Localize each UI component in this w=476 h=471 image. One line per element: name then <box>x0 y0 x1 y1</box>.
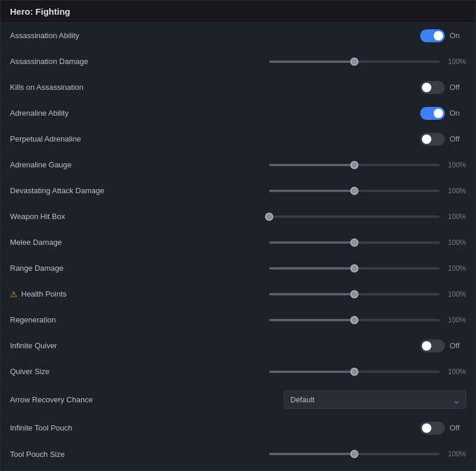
control-infinite-quiver: Off <box>128 339 466 352</box>
setting-row-adrenaline-gauge: Adrenaline Gauge100% <box>1 152 475 178</box>
slider-container-devastating-attack-damage: 100% <box>128 187 466 195</box>
setting-row-quiver-size: Quiver Size100% <box>1 359 475 385</box>
toggle-thumb-kills-on-assassination <box>422 83 431 92</box>
slider-thumb-assassination-damage[interactable] <box>350 58 358 66</box>
toggle-assassination-ability[interactable] <box>420 29 445 42</box>
control-kills-on-assassination: Off <box>128 81 466 94</box>
label-kills-on-assassination: Kills on Assassination <box>10 83 128 92</box>
control-quiver-size: 100% <box>128 368 466 376</box>
slider-container-range-damage: 100% <box>128 264 466 272</box>
slider-track-adrenaline-gauge[interactable] <box>269 164 440 166</box>
control-tool-pouch-size: 100% <box>128 450 466 458</box>
toggle-thumb-infinite-tool-pouch <box>422 423 431 433</box>
slider-fill-quiver-size <box>269 371 354 373</box>
slider-container-regeneration: 100% <box>128 316 466 324</box>
label-perpetual-adrenaline: Perpetual Adrenaline <box>10 134 128 143</box>
label-text-adrenaline-gauge: Adrenaline Gauge <box>10 160 72 169</box>
slider-container-melee-damage: 100% <box>128 238 466 247</box>
slider-track-range-damage[interactable] <box>269 267 440 270</box>
control-range-damage: 100% <box>128 264 466 272</box>
toggle-track-assassination-ability <box>420 29 445 42</box>
toggle-container-adrenaline-ability: On <box>420 107 466 120</box>
toggle-perpetual-adrenaline[interactable] <box>420 133 445 146</box>
label-text-arrow-recovery-chance: Arrow Recovery Chance <box>10 395 93 404</box>
control-infinite-tool-pouch: Off <box>128 422 466 435</box>
toggle-adrenaline-ability[interactable] <box>420 107 445 120</box>
label-range-damage: Range Damage <box>10 264 128 272</box>
setting-row-arrow-recovery-chance: Arrow Recovery ChanceDefaultLowMediumHig… <box>1 385 475 415</box>
control-assassination-damage: 100% <box>128 58 466 66</box>
label-text-perpetual-adrenaline: Perpetual Adrenaline <box>10 134 81 143</box>
label-text-adrenaline-ability: Adrenaline Ability <box>10 109 69 117</box>
control-perpetual-adrenaline: Off <box>128 133 466 146</box>
label-tool-pouch-size: Tool Pouch Size <box>10 450 128 459</box>
slider-fill-health-points <box>269 293 354 295</box>
toggle-label-adrenaline-ability: On <box>450 109 466 117</box>
slider-fill-devastating-attack-damage <box>269 190 354 192</box>
slider-thumb-health-points[interactable] <box>350 290 358 298</box>
setting-row-weapon-hit-box: Weapon Hit Box100% <box>1 204 475 230</box>
label-text-melee-damage: Melee Damage <box>10 238 62 247</box>
settings-list: Assassination AbilityOnAssassination Dam… <box>1 23 475 467</box>
slider-track-quiver-size[interactable] <box>269 371 440 373</box>
slider-fill-melee-damage <box>269 241 354 244</box>
slider-value-adrenaline-gauge: 100% <box>445 161 466 169</box>
setting-row-perpetual-adrenaline: Perpetual AdrenalineOff <box>1 126 475 152</box>
label-adrenaline-ability: Adrenaline Ability <box>10 109 128 117</box>
slider-track-tool-pouch-size[interactable] <box>269 453 440 455</box>
slider-track-weapon-hit-box[interactable] <box>269 216 440 218</box>
slider-container-adrenaline-gauge: 100% <box>128 161 466 169</box>
slider-value-tool-pouch-size: 100% <box>445 450 466 458</box>
label-text-assassination-damage: Assassination Damage <box>10 57 88 66</box>
slider-thumb-melee-damage[interactable] <box>350 238 358 247</box>
setting-row-infinite-quiver: Infinite QuiverOff <box>1 333 475 359</box>
setting-row-devastating-attack-damage: Devastating Attack Damage100% <box>1 178 475 204</box>
slider-track-melee-damage[interactable] <box>269 241 440 244</box>
slider-value-range-damage: 100% <box>445 264 466 272</box>
label-assassination-damage: Assassination Damage <box>10 57 128 66</box>
slider-container-quiver-size: 100% <box>128 368 466 376</box>
slider-thumb-quiver-size[interactable] <box>350 368 358 376</box>
control-weapon-hit-box: 100% <box>128 213 466 221</box>
toggle-thumb-assassination-ability <box>434 31 443 41</box>
slider-thumb-devastating-attack-damage[interactable] <box>350 187 358 195</box>
label-text-kills-on-assassination: Kills on Assassination <box>10 83 83 92</box>
toggle-infinite-quiver[interactable] <box>420 339 445 352</box>
toggle-thumb-perpetual-adrenaline <box>422 134 431 144</box>
toggle-track-infinite-tool-pouch <box>420 422 445 435</box>
slider-thumb-range-damage[interactable] <box>350 264 358 272</box>
slider-thumb-regeneration[interactable] <box>350 316 358 324</box>
setting-row-infinite-tool-pouch: Infinite Tool PouchOff <box>1 415 475 441</box>
slider-track-devastating-attack-damage[interactable] <box>269 190 440 192</box>
toggle-thumb-adrenaline-ability <box>434 109 443 118</box>
toggle-label-infinite-quiver: Off <box>450 341 466 350</box>
slider-container-tool-pouch-size: 100% <box>128 450 466 458</box>
control-devastating-attack-damage: 100% <box>128 187 466 195</box>
slider-thumb-adrenaline-gauge[interactable] <box>350 161 358 169</box>
toggle-label-infinite-tool-pouch: Off <box>450 423 466 432</box>
setting-row-assassination-ability: Assassination AbilityOn <box>1 23 475 49</box>
slider-value-regeneration: 100% <box>445 316 466 324</box>
toggle-kills-on-assassination[interactable] <box>420 81 445 94</box>
toggle-label-perpetual-adrenaline: Off <box>450 134 466 143</box>
slider-thumb-weapon-hit-box[interactable] <box>265 213 273 221</box>
select-arrow-recovery-chance[interactable]: DefaultLowMediumHighAlways <box>284 391 466 409</box>
setting-row-assassination-damage: Assassination Damage100% <box>1 49 475 75</box>
slider-track-assassination-damage[interactable] <box>269 60 440 63</box>
label-text-regeneration: Regeneration <box>10 315 56 324</box>
control-assassination-ability: On <box>128 29 466 42</box>
setting-row-tool-pouch-size: Tool Pouch Size100% <box>1 441 475 467</box>
toggle-infinite-tool-pouch[interactable] <box>420 422 445 435</box>
slider-value-health-points: 100% <box>445 290 466 298</box>
slider-value-melee-damage: 100% <box>445 238 466 247</box>
slider-track-health-points[interactable] <box>269 293 440 295</box>
slider-track-regeneration[interactable] <box>269 319 440 321</box>
setting-row-kills-on-assassination: Kills on AssassinationOff <box>1 75 475 100</box>
slider-thumb-tool-pouch-size[interactable] <box>350 450 358 458</box>
label-assassination-ability: Assassination Ability <box>10 31 128 40</box>
slider-fill-range-damage <box>269 267 354 270</box>
label-quiver-size: Quiver Size <box>10 367 128 376</box>
setting-row-health-points: ⚠Health Points100% <box>1 281 475 307</box>
select-wrapper-arrow-recovery-chance: DefaultLowMediumHighAlways <box>284 391 466 409</box>
label-weapon-hit-box: Weapon Hit Box <box>10 212 128 221</box>
